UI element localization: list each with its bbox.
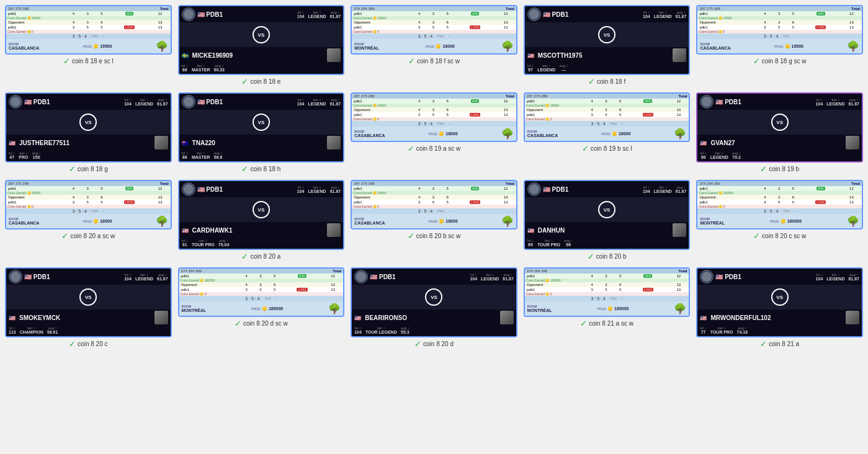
scorecard-header: 374 294 396Total xyxy=(352,6,516,11)
pdb1-logo xyxy=(527,7,541,21)
scorecard-card[interactable]: 287 275 288Totalpdb1435WIN12Coins Earned… xyxy=(524,92,691,142)
scorecard-card[interactable]: 287 275 288Totalpdb1435WIN12Coins Earned… xyxy=(351,180,517,229)
scorecard-footer: ROOMCASABLANCAPRIZE🪙19500🌳 xyxy=(697,39,862,53)
check-icon: ✓ xyxy=(753,56,760,66)
vs-card[interactable]: 🇺🇸 PDB1lvl ↕104tier ↕LEGENDavg ↕61.87VS🇺… xyxy=(524,180,691,250)
scorecard-card[interactable]: 374 294 396Totalpdb1435WIN12Coins Earned… xyxy=(524,267,691,317)
pdb1-logo xyxy=(700,270,714,283)
label-text: coin 8 20 c xyxy=(78,340,107,347)
scorecard-card[interactable]: 287 275 288Totalpdb1435WIN12Coins Earned… xyxy=(696,5,863,55)
tree-icon: 🌳 xyxy=(156,40,168,52)
opponent-name: JUSTHERE77511 xyxy=(19,140,69,146)
scorecard-table: pdb1435WIN12Coins Earned 🪙 18000Opponent… xyxy=(525,99,689,121)
pdb1-name: 🇺🇸 PDB1 xyxy=(24,274,50,280)
card-label: ✓ coin 8 18 h xyxy=(241,164,280,174)
scorecard-card[interactable]: 287 275 288Totalpdb1435WIN12Coins Earned… xyxy=(351,92,517,142)
scorecard-footer: ROOMMONTRÉALPRIZE🪙18000🌳 xyxy=(352,39,516,53)
score-summary: 3 · 5 · 4Paid· xyxy=(179,296,344,301)
scorecard-table: pdb1435WIN12Coins Earned 🪙 180000Opponen… xyxy=(697,186,862,208)
scorecard-header: 374 294 396Total xyxy=(525,269,689,274)
vs-card[interactable]: 🇺🇸 PDB1lvl ↕104tier ↕LEGENDavg ↕61.87VS🇺… xyxy=(696,92,863,162)
pdb1-logo xyxy=(9,95,22,109)
score-summary: 3 · 5 · 4Paid· xyxy=(352,121,516,127)
scorecard-footer: ROOMCASABLANCAPRIZE🪙18000🌳 xyxy=(525,127,689,141)
card-label: ✓ coin 8 18 f xyxy=(588,77,625,86)
scorecard-footer: ROOMCASABLANCAPRIZE🪙18000🌳 xyxy=(352,127,516,141)
scorecard-card[interactable]: 374 294 396Totalpdb1435WIN12Coins Earned… xyxy=(178,267,345,317)
tree-icon: 🌳 xyxy=(156,215,168,227)
pdb1-logo xyxy=(9,270,22,283)
card-wrapper: 287 275 288Totalpdb1435WIN12Coins Earned… xyxy=(351,92,517,174)
card-label: ✓ coin 8 18 f sc w xyxy=(408,56,460,66)
label-text: coin 8 21 a sc w xyxy=(589,320,633,327)
tree-icon: 🌳 xyxy=(328,303,341,314)
scorecard-card[interactable]: 287 275 288Totalpdb1435WIN12Coins Earned… xyxy=(5,5,172,55)
opponent-name: GVAN27 xyxy=(710,140,735,146)
check-icon: ✓ xyxy=(61,231,68,241)
check-icon: ✓ xyxy=(241,77,248,86)
scorecard-card[interactable]: 374 294 396Totalpdb1435WIN12Coins Earned… xyxy=(696,180,863,229)
scorecard-card[interactable]: 287 275 288Totalpdb1435WIN12Coins Earned… xyxy=(5,180,172,229)
tree-icon: 🌳 xyxy=(847,40,859,52)
label-text: coin 8 20 b xyxy=(596,253,627,260)
card-label: ✓ coin 8 21 a sc w xyxy=(580,319,633,328)
card-wrapper: 374 294 396Totalpdb1435WIN12Coins Earned… xyxy=(351,5,517,86)
scorecard-card[interactable]: 374 294 396Totalpdb1435WIN12Coins Earned… xyxy=(351,5,517,55)
pdb1-logo xyxy=(527,182,541,196)
scorecard-footer: ROOMCASABLANCAPRIZE🪙18000🌳 xyxy=(6,214,171,228)
vs-card[interactable]: 🇺🇸 PDB1lvl ↕104tier ↕LEGENDavg ↕61.87VS🇺… xyxy=(696,267,863,337)
vs-card[interactable]: 🇺🇸 PDB1lvl ↕104tier ↕LEGENDavg ↕61.87VS🇺… xyxy=(5,92,172,162)
card-label: ✓ coin 8 21 a xyxy=(760,339,799,349)
check-icon: ✓ xyxy=(241,164,248,174)
card-wrapper: 🇺🇸 PDB1lvl ↕104tier ↕LEGENDavg ↕61.87VS🇺… xyxy=(351,267,517,349)
opponent-flag: 🇺🇸 xyxy=(527,53,536,58)
opponent-name: BEARIRONSO xyxy=(365,314,407,321)
vs-circle: VS xyxy=(771,114,789,131)
pdb1-name: 🇺🇸 PDB1 xyxy=(715,99,741,105)
vs-card[interactable]: 🇺🇸 PDB1lvl ↕104tier ↕LEGENDavg ↕61.87VS🇺… xyxy=(524,5,691,75)
scorecard-footer: ROOMMONTRÉALPRIZE🪙180000🌳 xyxy=(525,301,689,316)
vs-card[interactable]: 🇺🇸 PDB1lvl ↕104tier ↕LEGENDavg ↕61.87VS🇺… xyxy=(178,180,345,250)
scorecard-table: pdb1435WIN12Coins Earned 🪙 18000Opponent… xyxy=(352,186,516,208)
card-wrapper: 374 294 396Totalpdb1435WIN12Coins Earned… xyxy=(696,180,863,261)
label-text: coin 8 20 d xyxy=(423,340,454,347)
card-label: ✓ coin 8 18 g xyxy=(69,164,108,174)
card-wrapper: 287 275 288Totalpdb1435WIN12Coins Earned… xyxy=(351,180,517,261)
opponent-flag: 🇺🇸 xyxy=(700,315,709,321)
opponent-name: SMOKEYMCK xyxy=(19,314,60,321)
label-text: coin 8 21 a xyxy=(769,340,799,347)
scorecard-table: pdb1435WIN12Coins Earned 🪙 19500Opponent… xyxy=(6,11,171,33)
vs-circle: VS xyxy=(79,288,97,306)
vs-card[interactable]: 🇺🇸 PDB1lvl ↕104tier ↕LEGENDavg ↕61.87VS🇺… xyxy=(351,267,517,337)
vs-card[interactable]: 🇺🇸 PDB1lvl ↕104tier ↕LEGENDavg ↕61.87VS🇸… xyxy=(178,5,345,75)
card-wrapper: 287 275 288Totalpdb1435WIN12Coins Earned… xyxy=(5,5,172,86)
label-text: coin 8 18 f sc w xyxy=(417,58,460,65)
check-icon: ✓ xyxy=(580,319,587,328)
opponent-name: CARDHAWK1 xyxy=(192,227,233,234)
scorecard-table: pdb1435WIN12Coins Earned 🪙 180000Opponen… xyxy=(179,274,344,296)
scorecard-table: pdb1435WIN12Coins Earned 🪙 18000Opponent… xyxy=(352,99,516,121)
score-summary: 3 · 5 · 4Paid· xyxy=(6,208,171,214)
card-grid: 287 275 288Totalpdb1435WIN12Coins Earned… xyxy=(5,5,863,349)
tree-icon: 🌳 xyxy=(847,215,859,227)
tree-icon: 🌳 xyxy=(501,128,514,140)
check-icon: ✓ xyxy=(588,252,594,261)
check-icon: ✓ xyxy=(760,339,767,349)
scorecard-header: 374 294 396Total xyxy=(697,181,862,186)
card-wrapper: 374 294 396Totalpdb1435WIN12Coins Earned… xyxy=(524,267,691,349)
vs-card[interactable]: 🇺🇸 PDB1lvl ↕104tier ↕LEGENDavg ↕61.87VS🇺… xyxy=(5,267,172,337)
card-label: ✓ coin 8 18 g sc w xyxy=(753,56,807,66)
card-wrapper: 287 275 288Totalpdb1435WIN12Coins Earned… xyxy=(696,5,863,86)
opponent-name: MSCOTTH1975 xyxy=(538,52,583,59)
pdb1-name: 🇺🇸 PDB1 xyxy=(715,274,741,280)
pdb1-logo xyxy=(354,270,368,283)
tree-icon: 🌳 xyxy=(674,303,686,314)
vs-card[interactable]: 🇺🇸 PDB1lvl ↕104tier ↕LEGENDavg ↕61.87VS🇦… xyxy=(178,92,345,162)
scorecard-table: pdb1435WIN12Coins Earned 🪙 180000Opponen… xyxy=(525,274,689,296)
label-text: coin 8 19 b xyxy=(769,166,799,172)
pdb1-logo xyxy=(182,95,195,109)
card-label: ✓ coin 8 19 a sc w xyxy=(408,144,461,153)
card-label: ✓ coin 8 20 a sc w xyxy=(61,231,115,241)
tree-icon: 🌳 xyxy=(501,40,514,52)
check-icon: ✓ xyxy=(408,231,414,241)
